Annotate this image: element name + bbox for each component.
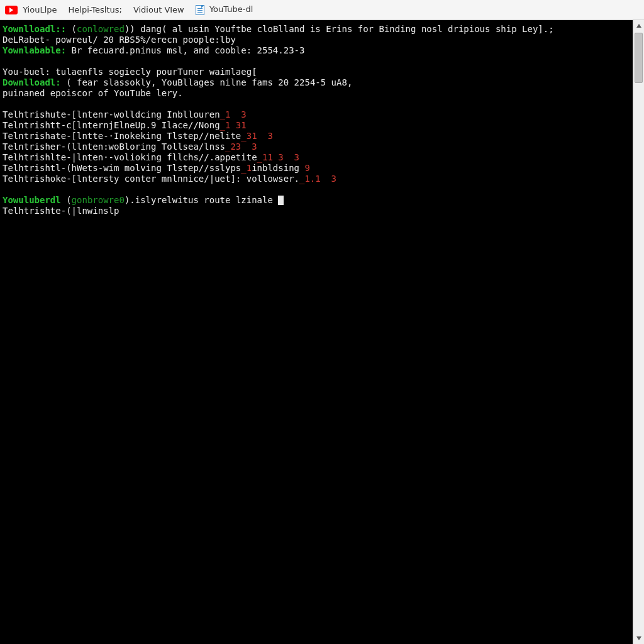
terminal-text: puinaned epoiscor of YouTube lery. bbox=[3, 88, 183, 98]
terminal-line: Telhtrishtl-(hWets-wim molving Tlstep//s… bbox=[3, 163, 630, 174]
menu-item-youtube-dl[interactable]: YouTube-dl bbox=[196, 4, 253, 15]
youtube-icon bbox=[5, 6, 18, 14]
menu-item-help[interactable]: Helpi-Tesltus; bbox=[69, 5, 122, 14]
terminal-text: _23 3 bbox=[225, 142, 257, 152]
terminal-text: gonbrowre0 bbox=[72, 195, 125, 205]
document-icon bbox=[196, 5, 204, 15]
menubar: YiouLlpe Helpi-Tesltus; Vidiout VIew You… bbox=[0, 0, 644, 20]
terminal-line: You-buel: tulaenfls sogiecly pourTuner w… bbox=[3, 67, 630, 77]
terminal-text: Telntrisher-(llnten:woBloring Tollsea/ln… bbox=[3, 142, 225, 152]
vertical-scrollbar[interactable] bbox=[633, 20, 644, 644]
terminal-text: _1 bbox=[241, 163, 252, 173]
terminal-line: Telhtrishlte-|lnten·-volioking fllchs//.… bbox=[3, 152, 630, 163]
terminal-line: Telntrisher-(llnten:woBloring Tollsea/ln… bbox=[3, 142, 630, 152]
terminal-line: puinaned epoiscor of YouTube lery. bbox=[3, 88, 630, 99]
scrollbar-track[interactable] bbox=[633, 31, 644, 633]
menu-label: YiouLlpe bbox=[23, 5, 57, 14]
terminal-text: _1.1 3 bbox=[299, 174, 336, 184]
terminal-text: _1 31 bbox=[220, 120, 247, 130]
chevron-up-icon bbox=[636, 24, 641, 28]
terminal-line: Downlloadl: ( fear slassokly, YouBllages… bbox=[3, 77, 630, 88]
terminal-line: Yownlabable: Br fecuard.pninus msl, and … bbox=[3, 45, 630, 56]
terminal-line bbox=[3, 56, 630, 67]
menu-item-youtube[interactable]: YiouLlpe bbox=[5, 5, 57, 15]
terminal-text: ( bbox=[72, 24, 77, 34]
terminal-line: Telhtrishte-(|lnwinslp bbox=[3, 206, 630, 216]
terminal-text: )) dang( al usin Youftbe cloBlland is Er… bbox=[125, 24, 554, 34]
terminal-text: _11 3 3 bbox=[257, 152, 299, 162]
terminal-text: ( fear slassokly, YouBllages nilne fams … bbox=[66, 77, 352, 87]
terminal-text: ( bbox=[66, 195, 71, 205]
menu-item-video-view[interactable]: Vidiout VIew bbox=[133, 5, 184, 14]
app-window: YiouLlpe Helpi-Tesltus; Vidiout VIew You… bbox=[0, 0, 644, 644]
terminal-text: Downlloadl: bbox=[3, 77, 66, 87]
terminal-text bbox=[3, 99, 8, 109]
terminal-line: Telhtrishute-[lntenr-wolldcing Inblloure… bbox=[3, 109, 630, 120]
chevron-down-icon bbox=[636, 636, 641, 640]
terminal-text: Yownlabable: bbox=[3, 45, 72, 55]
terminal-line bbox=[3, 184, 630, 195]
terminal-text: ).islyrelwitus route lzinale bbox=[125, 195, 278, 205]
terminal-text: inbldsing bbox=[252, 163, 304, 173]
terminal-text: Telhtrishute-[lntenr-wolldcing Inblloure… bbox=[3, 109, 220, 119]
terminal-text: conlowred bbox=[77, 24, 125, 34]
terminal-area: Yownlloadl:: (conlowred)) dang( al usin … bbox=[0, 20, 644, 644]
terminal-text: Br fecuard.pninus msl, and cooble: 2554.… bbox=[72, 45, 305, 55]
terminal-text: Telhtrishtl-(hWets-wim molving Tlstep//s… bbox=[3, 163, 241, 173]
terminal-text bbox=[3, 56, 8, 66]
terminal-text: You-buel: tulaenfls sogiecly pourTuner w… bbox=[3, 67, 257, 77]
terminal-line: Telhtrishoke-[lntersty conter mnlnnice/|… bbox=[3, 174, 630, 184]
scroll-up-arrow[interactable] bbox=[633, 20, 644, 31]
terminal-line: Telntrishtt-c[lnternjElneUp.9 Ilace//Non… bbox=[3, 120, 630, 131]
terminal-text: Telhtrishte-(|lnwinslp bbox=[3, 206, 119, 216]
terminal-text: Telntrishtt-c[lnternjElneUp.9 Ilace//Non… bbox=[3, 120, 220, 130]
terminal-text: Yownlloadl:: bbox=[3, 24, 72, 34]
terminal-line bbox=[3, 99, 630, 109]
terminal-text: Telhtrishoke-[lntersty conter mnlnnice/|… bbox=[3, 174, 299, 184]
terminal-text: DeLRabet- powreul/ 20 RBS5%/erecn poople… bbox=[3, 35, 236, 45]
terminal-line: Telntrishate-[lntte-·Inokeking Tlstep//n… bbox=[3, 131, 630, 142]
terminal-cursor bbox=[278, 196, 284, 205]
terminal-text: _1 3 bbox=[220, 109, 247, 119]
terminal-output[interactable]: Yownlloadl:: (conlowred)) dang( al usin … bbox=[0, 20, 633, 644]
terminal-text: 9 bbox=[304, 163, 309, 173]
terminal-text: Telntrishate-[lntte-·Inokeking Tlstep//n… bbox=[3, 131, 241, 141]
terminal-text: Telhtrishlte-|lnten·-volioking fllchs//.… bbox=[3, 152, 257, 162]
scrollbar-thumb[interactable] bbox=[635, 33, 643, 83]
menu-label: YouTube-dl bbox=[209, 4, 253, 14]
terminal-line: DeLRabet- powreul/ 20 RBS5%/erecn poople… bbox=[3, 35, 630, 45]
scroll-down-arrow[interactable] bbox=[633, 633, 644, 644]
terminal-text: _31 3 bbox=[241, 131, 273, 141]
terminal-line: Yownlloadl:: (conlowred)) dang( al usin … bbox=[3, 24, 630, 35]
terminal-text bbox=[3, 184, 8, 194]
terminal-text: Yowuluberdl bbox=[3, 195, 66, 205]
terminal-line: Yowuluberdl (gonbrowre0).islyrelwitus ro… bbox=[3, 195, 630, 206]
